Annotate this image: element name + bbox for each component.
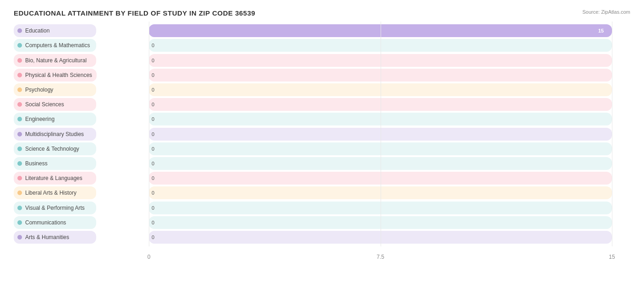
grid-line [149,22,149,246]
bar-label: Science & Technology [25,146,79,152]
x-tick-label: 15 [609,254,615,260]
bar-dot [17,220,22,225]
bar-label: Business [25,160,48,167]
bar-label: Computers & Mathematics [25,42,90,49]
bar-label: Social Sciences [25,101,64,108]
grid-line [381,22,381,246]
bar-dot [17,176,22,180]
grid-line [612,22,612,246]
bar-label: Bio, Nature & Agricultural [25,57,87,64]
chart-container: EDUCATIONAL ATTAINMENT BY FIELD OF STUDY… [0,0,644,289]
chart-area: Education15Computers & Mathematics0Bio, … [14,22,630,260]
chart-title: EDUCATIONAL ATTAINMENT BY FIELD OF STUDY… [14,9,630,17]
bar-label: Literature & Languages [25,175,82,181]
bar-label: Liberal Arts & History [25,190,76,196]
grid-lines [14,22,630,246]
x-tick-label: 0 [147,254,151,260]
bar-dot [17,147,22,151]
bar-dot [17,161,22,166]
bar-label: Visual & Performing Arts [25,205,85,211]
bar-dot [17,28,22,33]
bar-dot [17,87,22,92]
bar-label: Arts & Humanities [25,234,69,240]
bar-label: Education [25,27,49,34]
bar-label: Multidisciplinary Studies [25,131,84,137]
bar-label: Psychology [25,87,53,93]
bar-dot [17,206,22,210]
bar-dot [17,58,22,63]
x-tick-label: 7.5 [377,254,384,260]
bar-dot [17,132,22,136]
bar-dot [17,43,22,48]
bar-dot [17,191,22,195]
bar-label: Communications [25,219,66,226]
x-axis: 07.515 [14,246,630,260]
bar-label: Physical & Health Sciences [25,72,92,78]
bar-label: Engineering [25,116,55,122]
bar-dot [17,235,22,240]
bar-dot [17,102,22,107]
bar-dot [17,73,22,77]
chart-source: Source: ZipAtlas.com [582,9,630,15]
bar-dot [17,117,22,121]
